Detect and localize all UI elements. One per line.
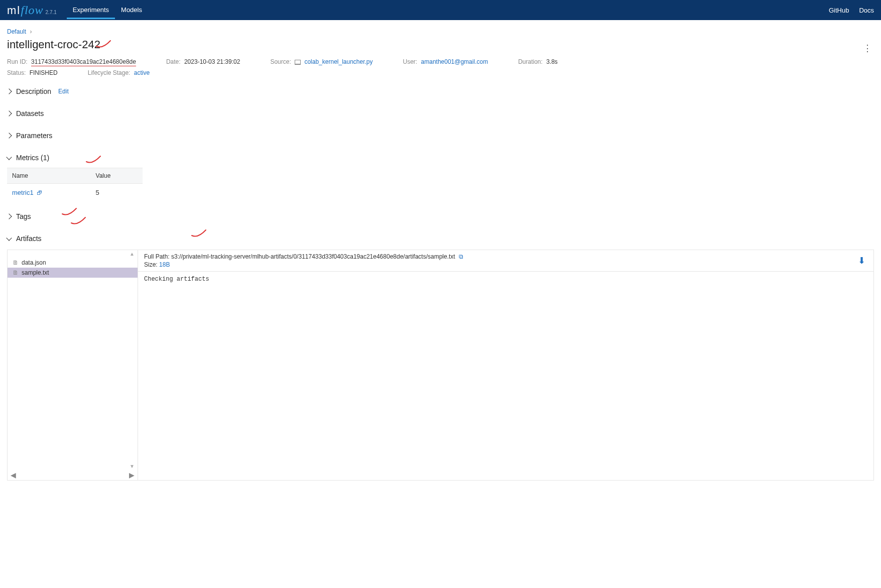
nav-docs[interactable]: Docs <box>859 7 874 14</box>
logo-version: 2.7.1 <box>46 10 57 15</box>
more-menu-icon[interactable]: ⋮ <box>861 41 874 56</box>
run-meta-row-2: Status: FINISHED Lifecycle Stage: active <box>7 69 874 76</box>
table-row[interactable]: metric1 🗗 5 <box>7 184 143 202</box>
artifact-preview: Full Path: s3://private/ml-tracking-serv… <box>138 250 873 480</box>
file-icon: 🗎 <box>13 269 19 276</box>
chevron-down-icon <box>6 154 12 160</box>
lifecycle-label: Lifecycle Stage: <box>88 69 131 76</box>
chevron-right-icon <box>6 133 12 138</box>
source-value[interactable]: colab_kernel_launcher.py <box>304 58 372 65</box>
logo-ml: ml <box>7 4 21 17</box>
source-label: Source: <box>270 58 291 65</box>
breadcrumb-root[interactable]: Default <box>7 28 26 35</box>
logo[interactable]: ml flow 2.7.1 <box>7 4 57 17</box>
artifact-preview-content: Checking artifacts <box>138 271 873 480</box>
section-parameters-header[interactable]: Parameters <box>7 129 874 143</box>
metrics-col-value: Value <box>91 168 143 184</box>
download-icon[interactable]: ⬇ <box>856 253 867 268</box>
tree-scroll-up-icon[interactable]: ▲ <box>8 250 138 258</box>
artifact-item-label: data.json <box>22 259 46 266</box>
chart-icon[interactable]: 🗗 <box>37 190 42 196</box>
status-value: FINISHED <box>30 69 58 76</box>
metric-value: 5 <box>91 184 143 202</box>
metrics-table: Name Value metric1 🗗 5 <box>7 168 143 201</box>
user-value[interactable]: amanthe001@gmail.com <box>421 58 488 65</box>
lifecycle-value[interactable]: active <box>134 69 150 76</box>
metrics-col-name: Name <box>7 168 91 184</box>
run-id-label: Run ID: <box>7 58 28 65</box>
full-path-label: Full Path: <box>144 253 170 260</box>
artifact-tree-item[interactable]: 🗎 data.json <box>8 258 138 268</box>
section-metrics-label: Metrics (1) <box>16 154 49 162</box>
metric-name[interactable]: metric1 <box>12 189 34 196</box>
description-edit-link[interactable]: Edit <box>58 88 69 95</box>
tree-scroll-down-icon[interactable]: ▼ <box>8 462 138 470</box>
section-description-header[interactable]: Description Edit <box>7 84 874 98</box>
size-value: 18B <box>159 261 170 268</box>
breadcrumb: Default › <box>7 28 874 35</box>
nav-models[interactable]: Models <box>115 1 148 19</box>
duration-value: 3.8s <box>546 58 558 65</box>
chevron-right-icon <box>6 88 12 94</box>
run-id-value[interactable]: 3117433d33f0403ca19ac21e4680e8de <box>31 58 136 66</box>
tree-scroll-right-icon[interactable]: ▶ <box>129 471 135 479</box>
date-value: 2023-10-03 21:39:02 <box>184 58 240 65</box>
nav-experiments[interactable]: Experiments <box>67 1 115 19</box>
section-tags-label: Tags <box>16 212 31 220</box>
section-description-label: Description <box>16 87 51 95</box>
run-meta-row-1: Run ID: 3117433d33f0403ca19ac21e4680e8de… <box>7 58 874 65</box>
section-datasets-label: Datasets <box>16 109 44 117</box>
status-label: Status: <box>7 69 26 76</box>
source-file-icon <box>295 60 301 65</box>
section-tags-header[interactable]: Tags <box>7 209 874 223</box>
duration-label: Duration: <box>518 58 543 65</box>
app-header: ml flow 2.7.1 Experiments Models GitHub … <box>0 0 881 20</box>
section-datasets-header[interactable]: Datasets <box>7 106 874 121</box>
artifact-item-label: sample.txt <box>22 269 49 276</box>
file-icon: 🗎 <box>13 259 19 266</box>
chevron-right-icon <box>6 110 12 116</box>
section-artifacts-label: Artifacts <box>16 234 42 243</box>
artifacts-panel: ▲ 🗎 data.json 🗎 sample.txt ▼ ◀ ▶ <box>7 250 874 481</box>
logo-flow: flow <box>21 4 43 17</box>
artifact-tree-item[interactable]: 🗎 sample.txt <box>8 268 138 278</box>
chevron-down-icon <box>6 235 12 241</box>
copy-icon[interactable]: ⧉ <box>459 253 463 260</box>
date-label: Date: <box>166 58 181 65</box>
nav-github[interactable]: GitHub <box>829 7 849 14</box>
chevron-right-icon <box>6 213 12 219</box>
tree-scroll-left-icon[interactable]: ◀ <box>11 471 16 479</box>
breadcrumb-separator-icon: › <box>30 28 32 35</box>
size-label: Size: <box>144 261 158 268</box>
section-parameters-label: Parameters <box>16 132 52 140</box>
user-label: User: <box>403 58 418 65</box>
page-title: intelligent-croc-242 <box>7 38 100 51</box>
section-metrics-header[interactable]: Metrics (1) <box>7 151 874 165</box>
full-path-value: s3://private/ml-tracking-server/mlhub-ar… <box>171 253 455 260</box>
artifact-tree: ▲ 🗎 data.json 🗎 sample.txt ▼ ◀ ▶ <box>8 250 138 480</box>
section-artifacts-header[interactable]: Artifacts <box>7 231 874 246</box>
